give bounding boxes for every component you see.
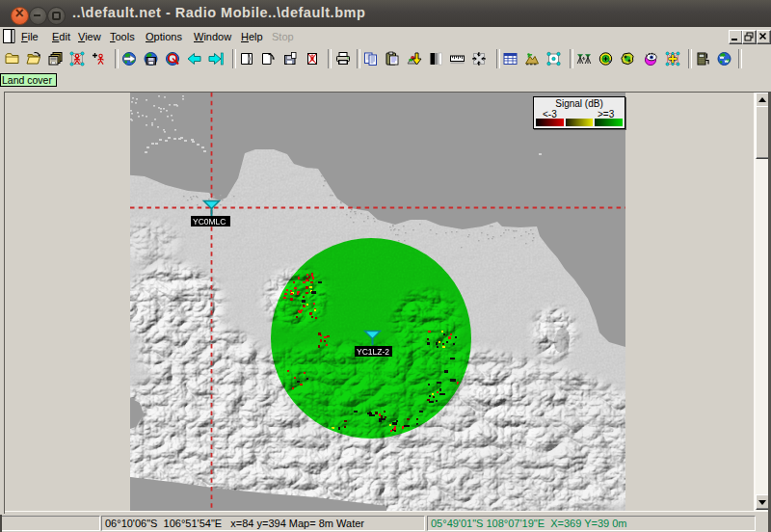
svg-text:YC0MLC: YC0MLC (193, 217, 226, 226)
svg-text:YC1LZ-2: YC1LZ-2 (357, 347, 389, 357)
